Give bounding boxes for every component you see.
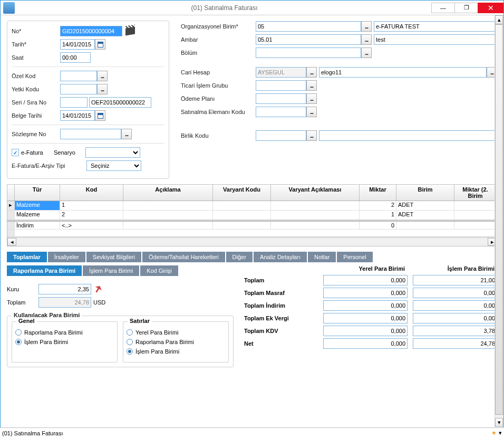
table-row[interactable]: Malzeme 2 1 ADET (7, 211, 497, 220)
satirlar-legend: Satırlar (128, 318, 152, 324)
subtab-islem[interactable]: İşlem Para Birimi (83, 265, 139, 276)
satinalmaelemani-lookup-button[interactable]: ... (306, 107, 317, 117)
efatura-checkbox[interactable] (12, 149, 19, 156)
total-islem-input[interactable] (413, 313, 497, 323)
scroll-down-icon[interactable]: ▾ (495, 418, 503, 427)
seri-input[interactable] (60, 97, 88, 108)
no-input[interactable] (60, 26, 122, 36)
bolum-code-input[interactable] (256, 47, 361, 58)
senaryo-select[interactable] (85, 147, 140, 158)
sozlesme-lookup-button[interactable]: ... (121, 129, 132, 139)
tarih-input[interactable] (60, 39, 95, 50)
vertical-scrollbar[interactable]: ▴ ▾ (495, 15, 503, 427)
tab-sevkiyat[interactable]: Sevkiyat Bilgileri (86, 252, 141, 262)
tarih-picker-button[interactable] (95, 39, 105, 50)
carihesap-code-input[interactable] (256, 67, 306, 78)
total-islem-input[interactable] (413, 338, 497, 349)
col-aciklama[interactable]: Açıklama (123, 185, 213, 201)
genel-radio-raporlama[interactable]: Raporlama Para Birimi (15, 329, 114, 336)
efatura-label: e-Fatura (21, 149, 54, 156)
header-islem: İşlem Para Birimi (408, 265, 497, 272)
scroll-up-icon[interactable]: ▴ (495, 15, 503, 24)
total-yerel-input[interactable] (323, 326, 408, 336)
dropdown-icon[interactable]: ▾ (499, 430, 502, 436)
bolum-lookup-button[interactable]: ... (361, 47, 372, 58)
carihesap-desc-input[interactable] (319, 67, 487, 78)
saat-label: Saat (12, 54, 60, 61)
kuru-input[interactable] (38, 284, 91, 294)
col-birim[interactable]: Birim (396, 185, 454, 201)
grid-body[interactable]: ▸ Malzeme 1 2 ADET Malzeme 2 1 ADET (7, 201, 497, 237)
scroll-thumb[interactable] (495, 24, 503, 415)
tab-odeme[interactable]: Ödeme/Tahsilat Hareketleri (142, 252, 225, 262)
clapper-icon[interactable] (125, 26, 135, 35)
empty-row (7, 230, 497, 237)
saat-input[interactable] (60, 52, 91, 63)
col-miktar[interactable]: Miktar (360, 185, 396, 201)
yetkikodu-label: Yetki Kodu (12, 86, 60, 92)
earsivetipi-select[interactable]: Seçiniz (86, 160, 141, 171)
birlikkodu-desc-input[interactable] (319, 130, 497, 141)
discount-row[interactable]: İndirim <..> 0 (7, 220, 497, 230)
window-title: (01) Satınalma Faturası (17, 4, 431, 12)
tab-analiz[interactable]: Analiz Detayları (254, 252, 307, 262)
col-miktar2[interactable]: Miktar (2. Birim (454, 185, 497, 201)
minimize-button[interactable]: — (431, 3, 455, 13)
birlikkodu-lookup-button[interactable]: ... (306, 130, 317, 141)
grid-hscroll[interactable]: ◂ ▸ (7, 237, 497, 246)
odemeplani-input[interactable] (256, 93, 306, 104)
pin-icon[interactable] (93, 284, 103, 294)
birlikkodu-input[interactable] (256, 130, 306, 141)
satirlar-radio-raporlama[interactable]: Raporlama Para Birimi (127, 339, 225, 345)
yetkikodu-input[interactable] (60, 84, 97, 94)
ozelkod-input[interactable] (60, 71, 97, 81)
col-varyantkodu[interactable]: Varyant Kodu (213, 185, 271, 201)
tab-irsaliyeler[interactable]: İrsaliyeler (48, 252, 85, 262)
scroll-left-icon[interactable]: ◂ (7, 238, 16, 246)
belgetarihi-picker-button[interactable] (95, 110, 105, 121)
tab-personel[interactable]: Personel (337, 252, 372, 262)
col-kod[interactable]: Kod (60, 185, 123, 201)
yetkikodu-lookup-button[interactable]: ... (97, 84, 108, 94)
satirlar-radio-islem[interactable]: İşlem Para Birimi (127, 348, 225, 355)
total-yerel-input[interactable] (323, 275, 408, 285)
ambar-lookup-button[interactable]: ... (361, 34, 372, 45)
carihesap-label: Cari Hesap (181, 69, 256, 75)
tab-toplamlar[interactable]: Toplamlar (7, 252, 47, 262)
orgbirim-desc-input[interactable] (374, 21, 497, 32)
total-islem-input[interactable] (413, 275, 497, 285)
subtab-kodgirisi[interactable]: Kod Girişi (140, 265, 178, 276)
col-varyantacik[interactable]: Varyant Açıklaması (271, 185, 360, 201)
total-islem-input[interactable] (413, 300, 497, 311)
total-yerel-input[interactable] (323, 313, 408, 323)
col-tur[interactable]: Tür (15, 185, 60, 201)
carihesap-lookup-button[interactable]: ... (306, 67, 317, 78)
genel-radio-islem[interactable]: İşlem Para Birimi (15, 339, 114, 345)
ozelkod-lookup-button[interactable]: ... (97, 71, 108, 81)
maximize-button[interactable]: ❐ (454, 3, 478, 13)
lines-grid[interactable]: Tür Kod Açıklama Varyant Kodu Varyant Aç… (7, 184, 497, 246)
ticariislem-lookup-button[interactable]: ... (306, 80, 317, 91)
close-button[interactable]: ✕ (478, 3, 504, 13)
total-yerel-input[interactable] (323, 288, 408, 298)
star-icon[interactable]: ★ (491, 430, 497, 436)
sozlesme-input[interactable] (60, 129, 121, 139)
total-yerel-input[interactable] (323, 300, 408, 311)
orgbirim-code-input[interactable] (256, 21, 361, 32)
total-islem-input[interactable] (413, 326, 497, 336)
ticariislem-input[interactable] (256, 80, 306, 91)
belgetarihi-input[interactable] (60, 110, 95, 121)
subtab-raporlama[interactable]: Raporlama Para Birimi (7, 265, 82, 276)
total-islem-input[interactable] (413, 288, 497, 298)
tab-notlar[interactable]: Notlar (308, 252, 336, 262)
satirlar-radio-yerel[interactable]: Yerel Para Birimi (127, 329, 225, 336)
ambar-code-input[interactable] (256, 34, 361, 45)
satinalmaelemani-input[interactable] (256, 107, 306, 117)
odemeplani-lookup-button[interactable]: ... (306, 93, 317, 104)
ambar-desc-input[interactable] (374, 34, 497, 45)
total-yerel-input[interactable] (323, 338, 408, 349)
table-row[interactable]: ▸ Malzeme 1 2 ADET (7, 201, 497, 211)
tab-diger[interactable]: Diğer (226, 252, 253, 262)
sira-input[interactable] (89, 97, 151, 108)
orgbirim-lookup-button[interactable]: ... (361, 21, 372, 32)
